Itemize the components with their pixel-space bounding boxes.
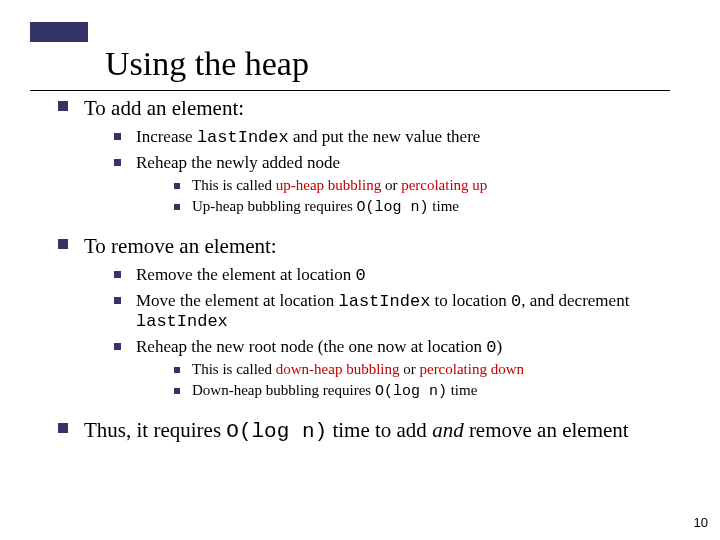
code-lastindex-3: lastIndex [136,312,228,331]
bullet-conclusion: Thus, it requires O(log n) time to add a… [58,418,688,443]
bullet-upheap-name: This is called up-heap bubbling or perco… [172,177,688,194]
bullet-add-element: To add an element: Increase lastIndex an… [58,96,688,216]
bullet-downheap-time: Down-heap bubbling requires O(log n) tim… [172,382,688,400]
code-lastindex: lastIndex [197,128,289,147]
bullet-remove-element: To remove an element: Remove the element… [58,234,688,400]
bullet-reheap-new-node: Reheap the newly added node This is call… [114,153,688,216]
slide: Using the heap To add an element: Increa… [0,0,720,540]
heading-add: To add an element: [84,96,244,120]
page-number: 10 [694,515,708,530]
bullet-increase-lastindex: Increase lastIndex and put the new value… [114,127,688,147]
bullet-downheap-name: This is called down-heap bubbling or per… [172,361,688,378]
code-zero-2: 0 [511,292,521,311]
slide-title: Using the heap [105,44,309,83]
code-zero-3: 0 [486,338,496,357]
conclusion-text: Thus, it requires O(log n) time to add a… [84,418,629,442]
bullet-move-and-decrement: Move the element at location lastIndex t… [114,291,688,331]
code-zero-1: 0 [356,266,366,285]
code-ologn-up: O(log n) [357,199,429,216]
bullet-upheap-time: Up-heap bubbling requires O(log n) time [172,198,688,216]
bullet-reheap-root: Reheap the new root node (the one now at… [114,337,688,400]
code-ologn-down: O(log n) [375,383,447,400]
slide-body: To add an element: Increase lastIndex an… [58,96,688,449]
bullet-remove-at-0: Remove the element at location 0 [114,265,688,285]
heading-remove: To remove an element: [84,234,277,258]
title-accent-bar [30,22,88,42]
code-ologn-final: O(log n) [226,420,327,443]
title-underline [30,90,670,91]
code-lastindex-2: lastIndex [339,292,431,311]
title-block: Using the heap [30,22,309,83]
